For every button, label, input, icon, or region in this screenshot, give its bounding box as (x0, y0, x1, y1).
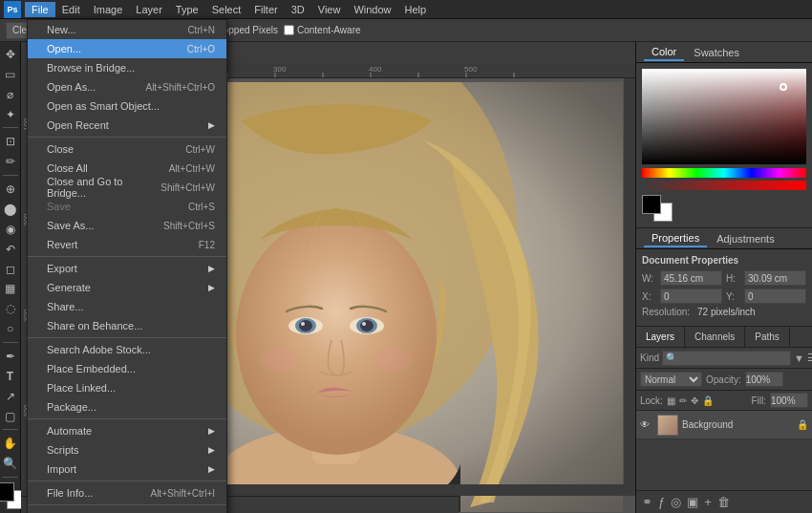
lock-all-icon[interactable]: 🔒 (702, 395, 714, 406)
layer-lock-icon: 🔒 (797, 419, 808, 430)
swatches-tab[interactable]: Swatches (686, 45, 747, 60)
menu-package[interactable]: Package... (28, 397, 226, 417)
menu-layer[interactable]: Layer (129, 2, 169, 17)
link-layers-icon[interactable]: ⚭ (642, 495, 652, 509)
hand-tool[interactable]: ✋ (2, 435, 19, 452)
menu-close-all[interactable]: Close All Alt+Ctrl+W (28, 159, 226, 178)
menu-import[interactable]: Import ▶ (28, 460, 226, 479)
shape-tool[interactable]: ▢ (2, 408, 19, 425)
path-tool[interactable]: ↗ (2, 388, 19, 405)
new-layer-icon[interactable]: + (704, 495, 712, 509)
menu-open[interactable]: Open... Ctrl+O (28, 39, 226, 58)
channels-tab[interactable]: Channels (685, 327, 745, 347)
layer-options-icon[interactable]: ☰ (807, 352, 812, 364)
lock-row: Lock: ▦ ✏ ✥ 🔒 Fill: (636, 391, 812, 411)
history-brush-tool[interactable]: ↶ (2, 241, 19, 258)
menu-open-smart[interactable]: Open as Smart Object... (28, 96, 226, 116)
menu-revert[interactable]: Revert F12 (28, 235, 226, 254)
menu-help[interactable]: Help (398, 2, 434, 17)
menu-window[interactable]: Window (347, 2, 397, 17)
layers-tab[interactable]: Layers (636, 327, 685, 347)
brush-tool[interactable]: ⬤ (2, 201, 19, 218)
menu-file-info[interactable]: File Info... Alt+Shift+Ctrl+I (28, 483, 226, 502)
menu-place-linked[interactable]: Place Linked... (28, 378, 226, 397)
menu-open-as[interactable]: Open As... Alt+Shift+Ctrl+O (28, 77, 226, 96)
heal-tool[interactable]: ⊕ (2, 181, 19, 198)
menu-new[interactable]: New... Ctrl+N (28, 20, 226, 39)
paths-tab[interactable]: Paths (745, 327, 790, 347)
menu-export[interactable]: Export ▶ (28, 259, 226, 278)
toolbar-divider-3 (3, 342, 18, 343)
menu-view[interactable]: View (311, 2, 348, 17)
eyedropper-tool[interactable]: ✏ (2, 153, 19, 170)
adjustments-tab[interactable]: Adjustments (709, 231, 782, 246)
menu-file[interactable]: File (25, 2, 55, 17)
menu-automate[interactable]: Automate ▶ (28, 421, 226, 440)
delete-layer-icon[interactable]: 🗑 (717, 495, 730, 509)
opacity-input[interactable] (745, 372, 783, 387)
marquee-tool[interactable]: ▭ (2, 66, 19, 83)
properties-tab[interactable]: Properties (644, 230, 707, 247)
eraser-tool[interactable]: ◻ (2, 261, 19, 278)
pen-tool[interactable]: ✒ (2, 348, 19, 365)
menu-save-as[interactable]: Save As... Shift+Ctrl+S (28, 216, 226, 235)
menu-print[interactable]: Print... Ctrl+P (28, 507, 226, 513)
new-group-icon[interactable]: ▣ (687, 495, 698, 509)
gradient-tool[interactable]: ▦ (2, 280, 19, 297)
fg-color[interactable] (642, 195, 661, 214)
menu-generate[interactable]: Generate ▶ (28, 278, 226, 297)
w-input[interactable] (660, 270, 722, 286)
type-tool[interactable]: T (2, 368, 19, 385)
layers-empty-space (636, 439, 812, 490)
x-input[interactable] (660, 289, 722, 304)
y-input[interactable] (744, 289, 806, 304)
left-toolbar: ✥ ▭ ⌀ ✦ ⊡ ✏ ⊕ ⬤ ◉ ↶ ◻ ▦ ◌ ○ ✒ T ↗ ▢ ✋ 🔍 (0, 42, 21, 513)
foreground-color-box[interactable] (0, 482, 14, 502)
blur-tool[interactable]: ◌ (2, 300, 19, 317)
menu-select[interactable]: Select (205, 2, 248, 17)
add-mask-icon[interactable]: ◎ (671, 495, 681, 509)
color-tab[interactable]: Color (644, 44, 684, 61)
menu-share[interactable]: Share... (28, 297, 226, 316)
clone-tool[interactable]: ◉ (2, 221, 19, 238)
menu-3d[interactable]: 3D (285, 2, 311, 17)
menu-image[interactable]: Image (87, 2, 130, 17)
menu-scripts[interactable]: Scripts ▶ (28, 440, 226, 460)
color-hue-bar[interactable] (642, 168, 806, 178)
layers-search-input[interactable] (662, 351, 791, 366)
menu-close-bridge[interactable]: Close and Go to Bridge... Shift+Ctrl+W (28, 178, 226, 197)
blend-mode-select[interactable]: Normal Multiply Screen (640, 372, 702, 387)
scrollbar-vertical[interactable] (624, 78, 635, 496)
menu-share-behance[interactable]: Share on Behance... (28, 316, 226, 335)
color-alpha-bar[interactable] (642, 181, 806, 190)
menu-place-embedded[interactable]: Place Embedded... (28, 359, 226, 378)
fg-bg-colors[interactable] (642, 195, 673, 222)
lasso-tool[interactable]: ⌀ (2, 86, 19, 103)
menu-filter[interactable]: Filter (247, 2, 284, 17)
color-cursor (780, 83, 787, 91)
content-aware-label[interactable]: Content-Aware (284, 25, 361, 35)
crop-tool[interactable]: ⊡ (2, 133, 19, 150)
menu-browse-bridge[interactable]: Browse in Bridge... (28, 58, 226, 77)
lock-position-icon[interactable]: ✥ (691, 395, 698, 406)
fill-input[interactable] (770, 393, 808, 408)
menu-close[interactable]: Close Ctrl+W (28, 139, 226, 159)
menu-edit[interactable]: Edit (55, 2, 87, 17)
width-row: W: H: (642, 270, 806, 286)
dodge-tool[interactable]: ○ (2, 320, 19, 337)
add-style-icon[interactable]: ƒ (658, 495, 665, 509)
layer-item-background[interactable]: 👁 Background 🔒 (636, 411, 812, 439)
layer-eye-icon[interactable]: 👁 (640, 419, 653, 430)
h-input[interactable] (744, 270, 806, 286)
lock-image-icon[interactable]: ✏ (679, 395, 687, 406)
content-aware-checkbox[interactable] (284, 25, 294, 35)
menu-open-recent[interactable]: Open Recent ▶ (28, 116, 226, 135)
magic-wand-tool[interactable]: ✦ (2, 106, 19, 123)
svg-text:500: 500 (464, 65, 478, 74)
lock-transparent-icon[interactable]: ▦ (667, 395, 675, 406)
menu-type[interactable]: Type (169, 2, 205, 17)
move-tool[interactable]: ✥ (2, 46, 19, 63)
zoom-tool[interactable]: 🔍 (2, 455, 19, 472)
menu-stock[interactable]: Search Adobe Stock... (28, 340, 226, 359)
color-gradient-picker[interactable] (642, 69, 806, 164)
